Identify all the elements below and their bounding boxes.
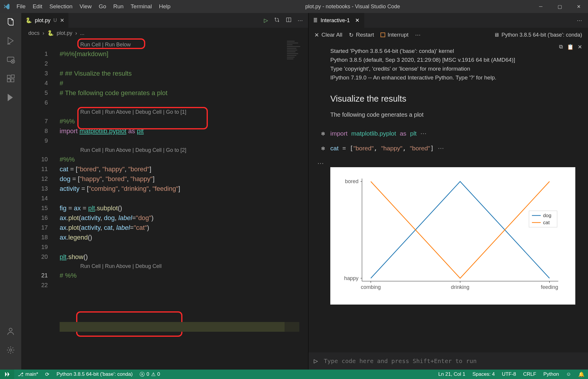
python-file-icon: 🐍 bbox=[47, 30, 54, 36]
minimap[interactable] bbox=[285, 38, 308, 370]
encoding-indicator[interactable]: UTF-8 bbox=[498, 371, 520, 377]
codelens-run-cell[interactable]: Run Cell | Run Above | Debug Cell | Go t… bbox=[68, 146, 285, 154]
svg-rect-2 bbox=[7, 75, 10, 78]
menu-file[interactable]: File bbox=[13, 3, 29, 10]
more-icon[interactable]: ⋯ bbox=[317, 160, 581, 167]
run-file-icon[interactable]: ▷ bbox=[264, 17, 268, 24]
svg-point-8 bbox=[275, 18, 276, 19]
feedback-icon[interactable]: ☺ bbox=[563, 371, 575, 377]
interrupt-button[interactable]: Interrupt bbox=[380, 32, 409, 38]
interactive-icon: ≣ bbox=[313, 17, 318, 24]
series-cat bbox=[371, 181, 549, 278]
menu-terminal[interactable]: Terminal bbox=[127, 3, 156, 10]
close-window-button[interactable]: ✕ bbox=[569, 0, 588, 13]
menu-go[interactable]: Go bbox=[95, 3, 110, 10]
notifications-icon[interactable]: 🔔 bbox=[575, 371, 588, 378]
kernel-info-text: Started 'Python 3.8.5 64-bit ('base': co… bbox=[330, 47, 581, 82]
code-editor[interactable]: Run Cell | Run Below 1#%%[markdown] 2 3#… bbox=[21, 38, 308, 370]
interactive-input-bar: ▷ bbox=[308, 352, 588, 370]
kernel-selector[interactable]: 🖥Python 3.8.5 64-bit ('base': conda) bbox=[494, 32, 582, 38]
markdown-paragraph: The following code generates a plot bbox=[330, 111, 581, 118]
chevron-right-icon: › bbox=[75, 30, 77, 36]
menu-run[interactable]: Run bbox=[110, 3, 127, 10]
tab-close-icon[interactable]: ✕ bbox=[60, 17, 64, 24]
menu-edit[interactable]: Edit bbox=[29, 3, 46, 10]
explorer-icon[interactable] bbox=[5, 17, 16, 27]
x-tick-combing: combing bbox=[361, 284, 381, 290]
y-tick-happy: happy bbox=[344, 275, 359, 281]
editor-tabs: 🐍 plot.py U ✕ ▷ ⋯ bbox=[21, 13, 308, 28]
problems-indicator[interactable]: ⓧ0 ⚠0 bbox=[136, 370, 164, 379]
interactive-tabs: ≣ Interactive-1 ✕ ⋯ bbox=[308, 13, 588, 28]
chevron-right-icon: › bbox=[43, 30, 44, 36]
editor-tab-plot-py[interactable]: 🐍 plot.py U ✕ bbox=[21, 13, 68, 28]
svg-point-9 bbox=[278, 21, 279, 22]
server-icon: 🖥 bbox=[494, 32, 499, 38]
current-line-highlight bbox=[60, 322, 285, 332]
codelens-run-cell[interactable]: Run Cell | Run Below bbox=[68, 40, 285, 49]
accounts-icon[interactable] bbox=[5, 326, 16, 336]
snowflake-icon[interactable]: ❄ bbox=[321, 131, 325, 137]
eol-indicator[interactable]: CRLF bbox=[520, 371, 540, 377]
vscode-logo-icon bbox=[0, 0, 13, 13]
execute-icon[interactable]: ▷ bbox=[314, 358, 318, 364]
svg-point-7 bbox=[9, 349, 12, 351]
close-icon: ✕ bbox=[314, 32, 319, 38]
legend-dog: dog bbox=[543, 213, 551, 218]
restart-button[interactable]: ↻Restart bbox=[349, 32, 374, 38]
breadcrumb-folder[interactable]: docs bbox=[28, 30, 40, 36]
run-debug-icon[interactable] bbox=[5, 35, 16, 46]
editor-area: 🐍 plot.py U ✕ ▷ ⋯ docs › 🐍 plot.py › ... bbox=[21, 13, 308, 370]
executed-cell: ❄ cat = ["bored", "happy", "bored"] ⋯ bbox=[316, 145, 581, 152]
more-actions-icon[interactable]: ⋯ bbox=[577, 17, 582, 24]
menu-help[interactable]: Help bbox=[155, 3, 174, 10]
indentation-indicator[interactable]: Spaces: 4 bbox=[469, 371, 499, 377]
title-bar: File Edit Selection View Go Run Terminal… bbox=[0, 0, 588, 13]
stop-icon bbox=[380, 32, 385, 37]
clear-all-button[interactable]: ✕Clear All bbox=[314, 32, 342, 38]
plot-output: bored happy combing drinking feeding bbox=[330, 167, 575, 305]
breadcrumb-ellipsis[interactable]: ... bbox=[80, 30, 84, 36]
branch-icon: ⎇ bbox=[18, 371, 24, 378]
settings-gear-icon[interactable] bbox=[5, 345, 16, 355]
more-actions-icon[interactable]: ⋯ bbox=[298, 17, 303, 24]
git-branch-indicator[interactable]: ⎇main* bbox=[14, 370, 42, 379]
python-file-icon: 🐍 bbox=[25, 17, 32, 24]
breadcrumb[interactable]: docs › 🐍 plot.py › ... bbox=[21, 28, 308, 38]
x-tick-drinking: drinking bbox=[451, 284, 470, 290]
codelens-run-cell[interactable]: Run Cell | Run Above | Debug Cell | Go t… bbox=[68, 108, 285, 116]
menu-view[interactable]: View bbox=[76, 3, 95, 10]
language-indicator[interactable]: Python bbox=[540, 371, 563, 377]
menu-selection[interactable]: Selection bbox=[46, 3, 76, 10]
codelens-run-cell[interactable]: Run Cell | Run Above | Debug Cell bbox=[68, 262, 285, 271]
minimize-button[interactable]: ─ bbox=[531, 0, 550, 13]
tab-close-icon[interactable]: ✕ bbox=[355, 17, 360, 24]
markdown-heading: Visualize the results bbox=[330, 94, 581, 104]
more-actions-icon[interactable]: ⋯ bbox=[415, 32, 421, 38]
snowflake-icon[interactable]: ❄ bbox=[321, 145, 325, 152]
executed-cell: ❄ import matplotlib.pyplot as plt ⋯ bbox=[316, 130, 581, 137]
close-icon[interactable]: ✕ bbox=[578, 44, 582, 50]
sync-button[interactable]: ⟳ bbox=[42, 370, 53, 379]
cursor-position[interactable]: Ln 21, Col 1 bbox=[435, 371, 469, 377]
tab-modified-indicator: U bbox=[53, 18, 57, 23]
svg-rect-3 bbox=[7, 79, 10, 82]
git-compare-icon[interactable] bbox=[274, 17, 280, 24]
split-editor-icon[interactable] bbox=[286, 17, 292, 24]
copy-icon[interactable]: ⧉ bbox=[559, 44, 563, 50]
interpreter-indicator[interactable]: Python 3.8.5 64-bit ('base': conda) bbox=[53, 370, 136, 379]
x-tick-feeding: feeding bbox=[541, 284, 558, 290]
bookmark-icon[interactable] bbox=[5, 92, 16, 103]
remote-indicator[interactable] bbox=[0, 370, 14, 379]
interactive-tab[interactable]: ≣ Interactive-1 ✕ bbox=[308, 13, 364, 28]
window-title: plot.py - notebooks - Visual Studio Code bbox=[174, 4, 532, 10]
interactive-input[interactable] bbox=[324, 357, 583, 365]
interactive-output[interactable]: ⧉ 📋 ✕ Started 'Python 3.8.5 64-bit ('bas… bbox=[308, 42, 588, 352]
breadcrumb-file[interactable]: plot.py bbox=[57, 30, 72, 36]
maximize-button[interactable]: ▢ bbox=[550, 0, 569, 13]
remote-explorer-icon[interactable] bbox=[5, 54, 16, 65]
svg-rect-5 bbox=[12, 75, 14, 78]
extensions-icon[interactable] bbox=[5, 73, 16, 84]
window-controls: ─ ▢ ✕ bbox=[531, 0, 588, 13]
clipboard-icon[interactable]: 📋 bbox=[567, 44, 574, 50]
